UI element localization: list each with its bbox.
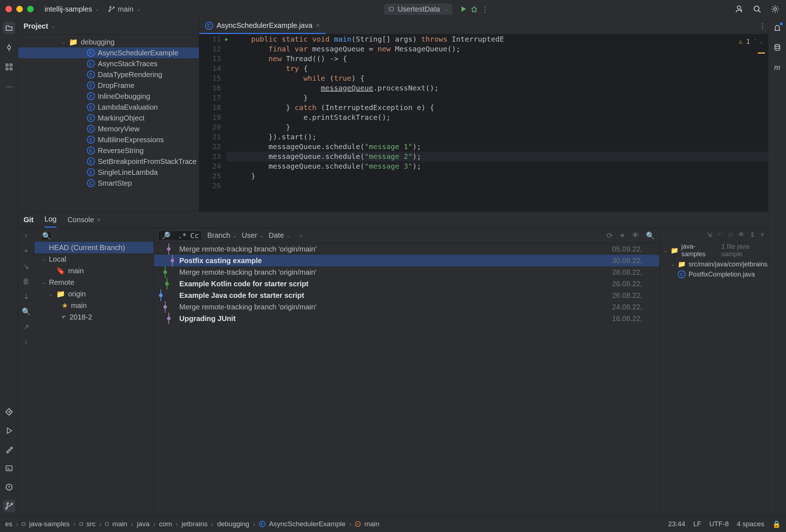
- close-console-button[interactable]: ×: [97, 216, 101, 224]
- close-tab-button[interactable]: ×: [316, 22, 320, 29]
- code-line[interactable]: messageQueue.schedule("message 1");: [226, 142, 768, 152]
- status-time[interactable]: 23:44: [668, 520, 685, 528]
- tree-class-item[interactable]: CAsyncStackTraces: [18, 58, 199, 69]
- compare-button[interactable]: ↗: [23, 322, 29, 331]
- user-filter[interactable]: User⌄: [242, 231, 264, 240]
- project-tool-button[interactable]: [3, 22, 15, 34]
- commit-list[interactable]: Merge remote-tracking branch 'origin/mai…: [154, 243, 659, 516]
- readonly-toggle[interactable]: 🔒: [772, 520, 781, 528]
- refresh-button[interactable]: ⟳: [607, 231, 613, 240]
- breadcrumb-item[interactable]: java: [137, 520, 150, 528]
- checkout-button[interactable]: ↘: [23, 262, 29, 271]
- local-main-branch[interactable]: 🔖main: [34, 265, 154, 276]
- undo-button[interactable]: ↶: [717, 231, 723, 239]
- code-line[interactable]: public static void main(String[] args) t…: [226, 34, 768, 44]
- breadcrumb-item[interactable]: jetbrains: [181, 520, 208, 528]
- code-line[interactable]: } catch (InterruptedException e) {: [226, 103, 768, 113]
- more-tools-button[interactable]: ⋯: [3, 80, 15, 93]
- git-tool-button[interactable]: [3, 500, 15, 512]
- tree-class-item[interactable]: CReverseString: [18, 145, 199, 156]
- close-detail-button[interactable]: ×: [760, 231, 764, 239]
- breadcrumb-item[interactable]: AsyncSchedulerExample: [269, 520, 346, 528]
- tree-class-item[interactable]: CSingleLineLambda: [18, 167, 199, 178]
- search-everywhere-button[interactable]: [752, 4, 762, 14]
- tree-class-item[interactable]: CDataTypeRendering: [18, 69, 199, 80]
- editor-content[interactable]: public static void main(String[] args) t…: [226, 34, 768, 211]
- branches-panel[interactable]: 🔍 HEAD (Current Branch) ⌄Local 🔖main ⌄Re…: [34, 228, 154, 516]
- warning-icon[interactable]: ⚠: [739, 37, 743, 46]
- editor-gutter[interactable]: 11▶121314151617181920212223242526: [199, 34, 226, 211]
- run-tool-button[interactable]: [3, 425, 15, 437]
- window-minimize-button[interactable]: [16, 6, 23, 12]
- breadcrumb-item[interactable]: es: [5, 520, 12, 528]
- expand-button[interactable]: ›: [25, 338, 28, 346]
- problems-tool-button[interactable]: [3, 481, 15, 493]
- breadcrumb-item[interactable]: java-samples: [29, 520, 70, 528]
- commit-row[interactable]: Postfix casting example30.08.22,: [154, 255, 659, 266]
- show-details-button[interactable]: 👁: [632, 231, 639, 240]
- tree-class-item[interactable]: CLambdaEvaluation: [18, 102, 199, 113]
- log-tab[interactable]: Log: [45, 212, 57, 228]
- breadcrumb-item[interactable]: com: [159, 520, 172, 528]
- code-line[interactable]: }: [226, 122, 768, 132]
- collapse-diff-button[interactable]: ⇲: [707, 231, 712, 239]
- commit-tool-button[interactable]: [3, 41, 15, 54]
- tree-class-item[interactable]: CSmartStep: [18, 178, 199, 189]
- commit-row[interactable]: Example Kotlin code for starter script26…: [154, 278, 659, 290]
- code-line[interactable]: messageQueue.processNext();: [226, 83, 768, 93]
- commit-row[interactable]: Merge remote-tracking branch 'origin/mai…: [154, 243, 659, 255]
- new-branch-button[interactable]: ＋: [22, 246, 30, 256]
- git-tab[interactable]: Git: [24, 212, 34, 228]
- breadcrumb-item[interactable]: debugging: [217, 520, 249, 528]
- history-button[interactable]: ↺: [728, 231, 733, 239]
- origin-2018-branch[interactable]: 2018-2: [34, 311, 154, 323]
- run-line-icon[interactable]: ▶: [225, 34, 228, 44]
- terminal-tool-button[interactable]: [3, 462, 15, 474]
- commit-row[interactable]: Merge remote-tracking branch 'origin/mai…: [154, 301, 659, 313]
- breadcrumb-item[interactable]: main: [364, 520, 379, 528]
- tree-folder[interactable]: ⌄📁debugging: [18, 37, 199, 47]
- preview-button[interactable]: 👁: [738, 231, 745, 239]
- log-search-input[interactable]: 🔎 .* Cc: [158, 231, 202, 241]
- code-line[interactable]: messageQueue.schedule("message 3");: [226, 161, 768, 171]
- cherry-pick-button[interactable]: ⚭: [619, 231, 626, 240]
- code-line[interactable]: }: [226, 93, 768, 103]
- code-line[interactable]: try {: [226, 64, 768, 73]
- tree-class-item[interactable]: CInlineDebugging: [18, 91, 199, 102]
- structure-tool-button[interactable]: [3, 61, 15, 73]
- code-line[interactable]: e.printStackTrace();: [226, 113, 768, 122]
- debug-button[interactable]: [469, 4, 480, 14]
- tree-class-item[interactable]: CDropFrame: [18, 80, 199, 91]
- console-tab[interactable]: Console ×: [67, 212, 101, 228]
- head-branch-item[interactable]: 🔍: [34, 230, 154, 242]
- vcs-branch-selector[interactable]: main ⌄: [108, 5, 141, 13]
- origin-main-branch[interactable]: ★main: [34, 300, 154, 311]
- services-tool-button[interactable]: [3, 406, 15, 418]
- head-branch-item[interactable]: HEAD (Current Branch): [34, 242, 154, 253]
- expand-button[interactable]: ⇕: [750, 231, 755, 239]
- build-tool-button[interactable]: [3, 443, 15, 456]
- database-tool-button[interactable]: [771, 41, 783, 54]
- remote-branches-group[interactable]: ⌄Remote: [34, 276, 154, 288]
- chevron-down-icon[interactable]: ⌄: [760, 37, 763, 46]
- commit-row[interactable]: Upgrading JUnit16.08.22,: [154, 313, 659, 324]
- run-button[interactable]: [458, 4, 469, 14]
- code-line[interactable]: while (true) {: [226, 73, 768, 83]
- tree-class-item[interactable]: CAsyncSchedulerExample: [18, 47, 199, 58]
- line-separator[interactable]: LF: [693, 520, 701, 528]
- date-filter[interactable]: Date⌄: [269, 231, 290, 240]
- project-selector[interactable]: intellij-samples ⌄: [45, 5, 99, 13]
- tree-class-item[interactable]: CMultilineExpressions: [18, 134, 199, 145]
- next-filter-button[interactable]: ›: [296, 230, 306, 241]
- tree-class-item[interactable]: CMarkingObject: [18, 113, 199, 123]
- indent-setting[interactable]: 4 spaces: [737, 520, 764, 528]
- code-line[interactable]: new Thread(() -> {: [226, 54, 768, 64]
- more-actions-button[interactable]: ⋮: [480, 4, 490, 14]
- code-line[interactable]: }).start();: [226, 132, 768, 142]
- window-maximize-button[interactable]: [27, 6, 34, 12]
- code-line[interactable]: messageQueue.schedule("message 2");: [226, 152, 768, 161]
- commit-row[interactable]: Merge remote-tracking branch 'origin/mai…: [154, 266, 659, 278]
- breadcrumb-item[interactable]: main: [112, 520, 127, 528]
- delete-branch-button[interactable]: 🗑: [22, 277, 30, 286]
- chevron-up-icon[interactable]: ˄: [754, 37, 756, 46]
